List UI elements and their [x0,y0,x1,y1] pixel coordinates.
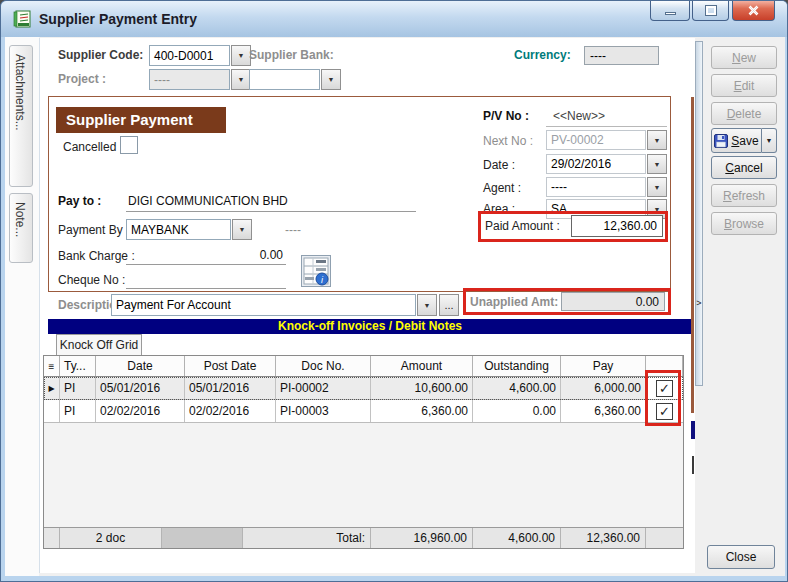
pay-to-label: Pay to : [58,194,101,208]
col-header-doc-no[interactable]: Doc No. [276,356,371,376]
chevron-down-icon[interactable]: ▼ [647,130,667,150]
next-no-label: Next No : [483,134,533,148]
clipped-banner-edge [691,421,695,439]
cell-date: 05/01/2016 [96,377,185,399]
description-more-button[interactable]: ... [439,294,459,316]
cell-pay: 6,360.00 [561,400,646,422]
cheque-no-label: Cheque No : [58,273,125,287]
clipped-grid-edge [692,456,694,474]
project-label: Project : [58,72,106,86]
row-pointer-icon: ▶ [44,377,60,399]
close-icon [748,5,759,16]
chevron-down-icon[interactable]: ▼ [647,177,667,197]
footer-indicator-cell [44,528,60,548]
payment-by-combo[interactable]: MAYBANK ▼ [126,219,252,240]
grid-footer-row: 2 doc Total: 16,960.00 4,600.00 12,360.0… [44,527,683,548]
cell-outstanding: 0.00 [473,400,561,422]
footer-check-cell [646,528,683,548]
supplier-bank-combo[interactable]: ▼ [249,69,341,90]
minimize-button[interactable] [650,1,690,21]
project-combo[interactable]: ---- ▼ [149,69,251,90]
payment-by-value: MAYBANK [126,219,231,240]
pv-no-value: <<New>> [553,109,605,123]
chevron-down-icon[interactable]: ▼ [417,294,437,316]
edit-button[interactable]: Edit [711,74,777,97]
col-header-type[interactable]: Ty... [60,356,96,376]
cell-amount: 10,600.00 [371,377,473,399]
save-dropdown-button[interactable]: ▼ [762,128,777,153]
supplier-bank-label: Supplier Bank: [249,48,334,62]
supplier-code-label: Supplier Code: [58,48,143,62]
cell-doc-no: PI-00003 [276,400,371,422]
chevron-down-icon[interactable]: ▼ [231,69,251,90]
cell-amount: 6,360.00 [371,400,473,422]
new-button[interactable]: New [711,46,777,69]
currency-label: Currency: [514,48,571,62]
browse-button-label: Browse [724,217,764,231]
table-row[interactable]: ▶ PI 05/01/2016 05/01/2016 PI-00002 10,6… [44,377,683,400]
unapplied-amt-label: Unapplied Amt: [470,295,558,309]
bank-charge-value[interactable]: 0.00 [231,248,283,262]
edit-button-label: Edit [734,79,755,93]
paid-amount-label: Paid Amount : [485,219,560,233]
panel-splitter[interactable]: > [695,41,703,386]
save-split-button: Save ▼ [711,128,777,153]
col-header-pay[interactable]: Pay [561,356,646,376]
grid-menu-icon[interactable]: ≡ [44,356,60,376]
payment-by-label: Payment By : [58,223,129,237]
supplier-code-combo[interactable]: 400-D0001 ▼ [149,45,251,66]
payment-detail-calculator-icon[interactable]: i [301,255,331,291]
cancelled-checkbox[interactable] [120,136,138,154]
chevron-down-icon[interactable]: ▼ [321,69,341,90]
save-button[interactable]: Save [711,128,762,153]
refresh-button-label: Refresh [723,189,765,203]
footer-pay-total: 12,360.00 [561,528,646,548]
knockoff-banner: Knock-off Invoices / Debit Notes [48,319,692,334]
new-button-label: New [732,51,756,65]
close-window-button[interactable] [732,1,775,21]
cancelled-label: Cancelled [63,140,116,154]
tab-knock-off-grid[interactable]: Knock Off Grid [56,334,142,356]
chevron-down-icon[interactable]: ▼ [647,154,667,174]
close-button-label: Close [726,550,757,564]
maximize-icon [706,6,716,15]
chevron-down-icon[interactable]: ▼ [232,219,252,240]
chevron-down-icon: ▼ [766,137,773,144]
supplier-bank-value [249,69,320,90]
maximize-button[interactable] [692,1,729,21]
cell-type: PI [60,377,96,399]
agent-combo[interactable]: ---- ▼ [546,177,667,197]
next-no-combo[interactable]: PV-00002 ▼ [546,130,667,150]
col-header-date[interactable]: Date [96,356,185,376]
supplier-code-value: 400-D0001 [149,45,230,66]
date-value: 29/02/2016 [546,154,646,174]
paid-amount-input[interactable]: 12,360.00 [571,215,663,237]
knockoff-grid: ≡ Ty... Date Post Date Doc No. Amount Ou… [43,355,684,549]
table-row[interactable]: PI 02/02/2016 02/02/2016 PI-00003 6,360.… [44,400,683,423]
description-combo[interactable]: Payment For Account ▼ [111,294,437,316]
refresh-button[interactable]: Refresh [711,184,777,207]
footer-outstanding-total: 4,600.00 [473,528,561,548]
currency-field: ---- [584,46,659,65]
close-button[interactable]: Close [707,545,775,569]
delete-button[interactable]: Delete [711,102,777,125]
grid-header-row: ≡ Ty... Date Post Date Doc No. Amount Ou… [44,356,683,377]
tab-note[interactable]: Note... [9,193,33,263]
pay-to-value[interactable]: DIGI COMMUNICATION BHD [128,194,288,208]
bank-charge-label: Bank Charge : [58,249,135,263]
agent-value: ---- [546,177,646,197]
footer-amount-total: 16,960.00 [371,528,473,548]
supplier-payment-entry-window: Supplier Payment Entry Attachments... No… [0,0,788,582]
browse-button[interactable]: Browse [711,212,777,235]
cancel-button[interactable]: Cancel [711,156,777,179]
col-header-post-date[interactable]: Post Date [185,356,276,376]
splitter-chevron-icon: > [696,298,701,308]
tab-attachments[interactable]: Attachments... [9,45,33,187]
col-header-amount[interactable]: Amount [371,356,473,376]
col-header-outstanding[interactable]: Outstanding [473,356,561,376]
pv-no-label: P/V No : [483,109,529,123]
app-document-icon [12,9,32,33]
chevron-down-icon[interactable]: ▼ [231,45,251,66]
cheque-no-underline[interactable] [126,288,286,289]
date-combo[interactable]: 29/02/2016 ▼ [546,154,667,174]
